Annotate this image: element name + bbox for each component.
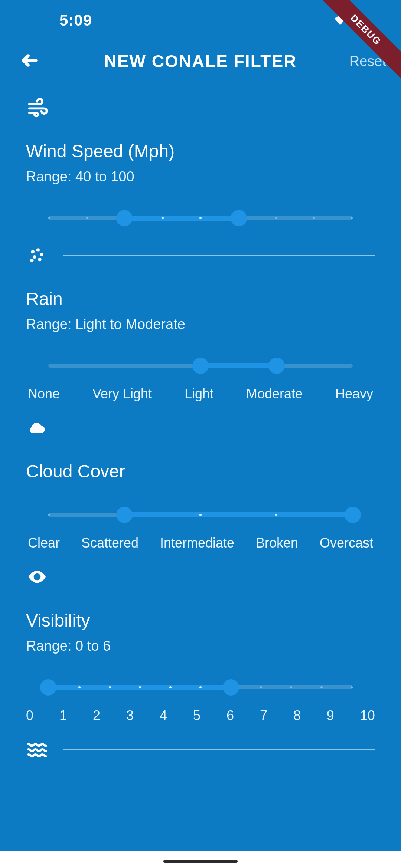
- rain-range: Range: Light to Moderate: [26, 316, 375, 332]
- section-divider: [63, 749, 375, 750]
- section-header-visibility: [26, 566, 375, 588]
- vis-lbl-7: 7: [260, 708, 267, 723]
- cloud-title: Cloud Cover: [26, 461, 375, 481]
- reset-button[interactable]: Reset: [349, 53, 386, 69]
- wind-thumb-low[interactable]: [116, 210, 133, 226]
- wind-range: Range: 40 to 100: [26, 169, 375, 185]
- cloud-label-0: Clear: [28, 535, 60, 551]
- section-header-next: [26, 738, 375, 760]
- home-indicator: [163, 860, 238, 863]
- visibility-thumb-high[interactable]: [223, 679, 239, 696]
- visibility-thumb-low[interactable]: [40, 679, 56, 696]
- wind-slider[interactable]: [48, 211, 353, 226]
- rain-thumb-high[interactable]: [268, 358, 285, 374]
- slider-active: [48, 685, 231, 690]
- cloud-label-4: Overcast: [320, 535, 373, 551]
- svg-point-4: [38, 258, 41, 261]
- vis-lbl-4: 4: [160, 708, 167, 723]
- vis-lbl-0: 0: [26, 708, 33, 723]
- content: Wind Speed (Mph) Range: 40 to 100 Rain R…: [0, 82, 401, 760]
- slider-active: [200, 363, 277, 368]
- rain-slider[interactable]: [48, 358, 353, 373]
- rain-label-2: Light: [185, 386, 213, 402]
- wind-icon: [26, 96, 48, 119]
- status-bar: 5:09: [0, 0, 401, 41]
- cloud-thumb-low[interactable]: [116, 507, 133, 523]
- rain-title: Rain: [26, 289, 375, 309]
- vis-lbl-10: 10: [360, 708, 375, 723]
- vis-lbl-6: 6: [226, 708, 234, 723]
- arrow-left-icon: [20, 51, 39, 71]
- cloud-thumb-high[interactable]: [345, 507, 361, 523]
- svg-point-0: [31, 250, 35, 253]
- rain-label-4: Heavy: [335, 386, 373, 402]
- rain-labels: None Very Light Light Moderate Heavy: [26, 386, 375, 402]
- slider-active: [124, 216, 239, 221]
- cloud-label-1: Scattered: [81, 535, 138, 551]
- vis-lbl-5: 5: [193, 708, 200, 723]
- back-button[interactable]: [19, 50, 41, 72]
- page-title: NEW CONALE FILTER: [0, 51, 401, 71]
- wifi-icon: [333, 12, 348, 29]
- rain-label-0: None: [28, 386, 60, 402]
- svg-point-1: [36, 248, 40, 251]
- cloud-label-3: Broken: [256, 535, 298, 551]
- wind-thumb-high[interactable]: [231, 210, 247, 226]
- visibility-title: Visibility: [26, 610, 375, 631]
- eye-icon: [26, 566, 48, 588]
- status-tray: [333, 12, 368, 29]
- vis-lbl-2: 2: [93, 708, 100, 723]
- svg-point-5: [30, 259, 33, 262]
- cloud-icon: [26, 417, 48, 439]
- battery-icon: [353, 12, 368, 29]
- rain-icon: [26, 244, 48, 266]
- cloud-slider[interactable]: [48, 507, 353, 522]
- section-divider: [63, 108, 375, 108]
- vis-lbl-1: 1: [59, 708, 67, 723]
- cloud-labels: Clear Scattered Intermediate Broken Over…: [26, 535, 375, 551]
- visibility-labels: 0 1 2 3 4 5 6 7 8 9 10: [26, 708, 375, 723]
- app-header: NEW CONALE FILTER Reset: [0, 41, 401, 82]
- section-divider: [63, 255, 375, 256]
- wind-title: Wind Speed (Mph): [26, 141, 375, 161]
- section-header-wind: [26, 96, 375, 119]
- cloud-label-2: Intermediate: [160, 535, 234, 551]
- visibility-slider[interactable]: [48, 680, 353, 695]
- section-divider: [63, 428, 375, 428]
- waves-icon: [26, 738, 48, 760]
- status-time: 5:09: [59, 11, 92, 29]
- section-divider: [63, 577, 375, 577]
- vis-lbl-8: 8: [293, 708, 301, 723]
- rain-label-1: Very Light: [92, 386, 152, 402]
- rain-label-3: Moderate: [246, 386, 303, 402]
- visibility-range: Range: 0 to 6: [26, 638, 375, 654]
- section-header-cloud: [26, 417, 375, 439]
- svg-point-2: [40, 253, 43, 256]
- vis-lbl-9: 9: [327, 708, 334, 723]
- vis-lbl-3: 3: [126, 708, 134, 723]
- rain-thumb-low[interactable]: [192, 358, 209, 374]
- slider-active: [124, 512, 353, 517]
- section-header-rain: [26, 244, 375, 266]
- svg-point-3: [33, 255, 36, 259]
